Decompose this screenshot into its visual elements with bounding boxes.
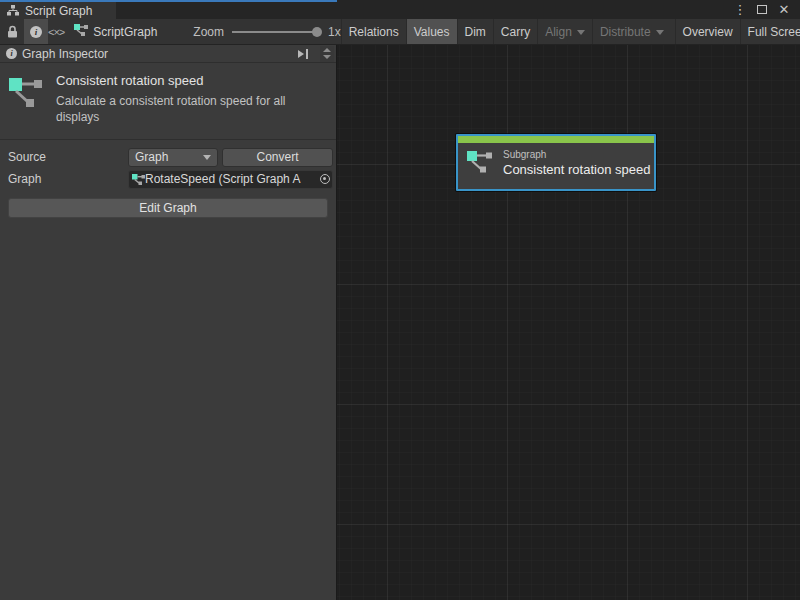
- source-field-row: Source Graph Convert: [0, 146, 336, 168]
- graph-hierarchy-icon: [7, 5, 19, 16]
- node-title: Consistent rotation speed: [503, 162, 650, 177]
- graph-object-field[interactable]: RotateSpeed (Script Graph A: [128, 170, 333, 189]
- full-screen-button[interactable]: Full Screen: [740, 19, 800, 44]
- script-graph-node-icon: [132, 174, 145, 185]
- source-dropdown[interactable]: Graph: [128, 148, 218, 167]
- dim-button[interactable]: Dim: [457, 19, 493, 44]
- edit-graph-button[interactable]: Edit Graph: [8, 198, 328, 218]
- lock-icon[interactable]: [0, 19, 24, 44]
- overview-button[interactable]: Overview: [675, 19, 740, 44]
- scroll-up-icon[interactable]: [323, 48, 331, 52]
- graph-info-text: Consistent rotation speed Calculate a co…: [56, 73, 328, 125]
- chevron-down-icon: [656, 30, 664, 35]
- focus-indicator: [0, 0, 337, 2]
- close-icon[interactable]: ✕: [776, 2, 792, 18]
- node-color-bar: [458, 136, 654, 143]
- graph-toolbar: i <×> ScriptGraph Zoom: [0, 19, 800, 45]
- node-kind: Subgraph: [503, 149, 650, 160]
- tab-script-graph[interactable]: Script Graph: [0, 0, 116, 19]
- subgraph-node-icon: [467, 149, 494, 177]
- graph-title: Consistent rotation speed: [56, 73, 328, 88]
- align-dropdown[interactable]: Align: [537, 19, 592, 44]
- zoom-slider-handle[interactable]: [312, 27, 322, 37]
- distribute-dropdown[interactable]: Distribute: [592, 19, 671, 44]
- graph-field-row: Graph: [0, 168, 336, 190]
- object-picker-icon[interactable]: [317, 171, 332, 188]
- zoom-value: 1x: [328, 25, 341, 39]
- dock-panel-icon[interactable]: [294, 46, 312, 61]
- graph-inspector-panel: i Graph Inspector: [0, 45, 337, 600]
- script-graph-node-icon: [74, 24, 88, 39]
- scroll-down-icon[interactable]: [323, 55, 331, 59]
- carry-button[interactable]: Carry: [493, 19, 537, 44]
- chevron-down-icon: [203, 155, 211, 160]
- left-tool-group: i: [0, 19, 48, 44]
- window-menu-icon[interactable]: ⋮: [732, 2, 748, 18]
- inspector-fields: Source Graph Convert Graph: [0, 140, 336, 190]
- zoom-slider-track: [232, 31, 320, 33]
- graph-canvas[interactable]: Subgraph Consistent rotation speed: [337, 45, 800, 600]
- tab-title: Script Graph: [25, 4, 92, 18]
- title-bar: Script Graph ⋮ ✕: [0, 0, 800, 19]
- chevron-down-icon: [577, 30, 585, 35]
- window-controls: ⋮ ✕: [732, 0, 800, 19]
- graph-description: Calculate a consistent rotation speed fo…: [56, 93, 318, 125]
- info-icon: i: [6, 48, 17, 59]
- window-content: i Graph Inspector: [0, 45, 800, 600]
- node-body: Subgraph Consistent rotation speed: [458, 143, 654, 177]
- values-button[interactable]: Values: [406, 19, 457, 44]
- subgraph-node[interactable]: Subgraph Consistent rotation speed: [456, 134, 656, 191]
- graph-inspector-toggle-icon[interactable]: i: [24, 19, 48, 44]
- zoom-slider[interactable]: [232, 27, 320, 37]
- titlebar-spacer: [116, 0, 732, 19]
- graph-label: Graph: [8, 172, 128, 186]
- zoom-control: Zoom 1x: [167, 19, 340, 44]
- graph-info-section: Consistent rotation speed Calculate a co…: [0, 63, 336, 131]
- convert-button[interactable]: Convert: [222, 148, 333, 167]
- panel-scroll-spinner[interactable]: [320, 46, 334, 62]
- breadcrumb[interactable]: ScriptGraph: [64, 19, 167, 44]
- inspector-title: Graph Inspector: [22, 47, 289, 61]
- csharp-preview-icon[interactable]: <×>: [48, 19, 64, 44]
- source-label: Source: [8, 150, 128, 164]
- node-text: Subgraph Consistent rotation speed: [503, 149, 650, 177]
- graph-object-value: RotateSpeed (Script Graph A: [145, 172, 317, 186]
- view-option-buttons: Relations Values Dim Carry Align Distrib…: [341, 19, 800, 44]
- subgraph-icon: [8, 73, 46, 125]
- zoom-label: Zoom: [193, 25, 224, 39]
- maximize-icon[interactable]: [754, 2, 770, 18]
- relations-button[interactable]: Relations: [341, 19, 406, 44]
- breadcrumb-label: ScriptGraph: [93, 25, 157, 39]
- graph-inspector-header: i Graph Inspector: [0, 45, 336, 63]
- script-graph-window: Script Graph ⋮ ✕ i <×>: [0, 0, 800, 600]
